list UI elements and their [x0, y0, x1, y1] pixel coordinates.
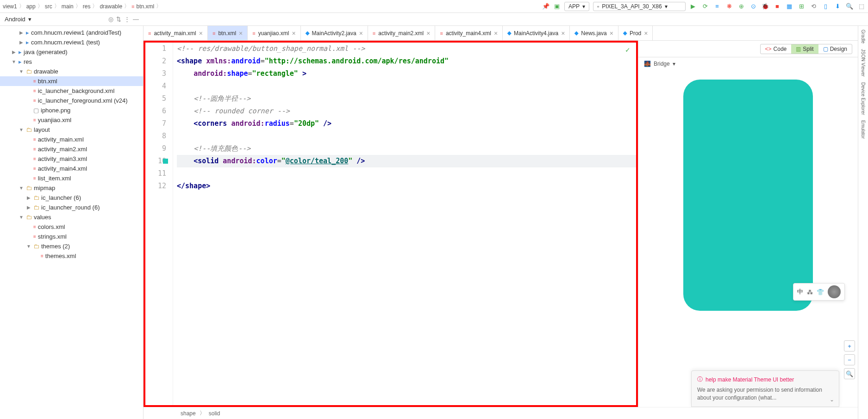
close-icon[interactable]: ×: [644, 30, 648, 37]
tree-arrow-icon[interactable]: ▼: [19, 127, 24, 132]
code-line[interactable]: <!--圆角半径-->: [177, 92, 636, 105]
tree-item[interactable]: ▢iphone.png: [0, 105, 143, 115]
more-icon[interactable]: ⋮: [124, 16, 130, 23]
run-config-dropdown[interactable]: APP ▾: [564, 2, 589, 11]
code-line[interactable]: </shape>: [177, 180, 636, 192]
bridge-label[interactable]: Bridge: [654, 61, 670, 67]
close-icon[interactable]: ×: [239, 30, 243, 37]
sdk-icon[interactable]: ⬇: [834, 3, 841, 10]
editor-tab[interactable]: ◆News.java×: [570, 26, 618, 40]
device-dropdown[interactable]: ▫ PIXEL_3A_API_30_X86 ▾: [593, 2, 686, 11]
chevron-down-icon[interactable]: ▾: [28, 16, 31, 23]
line-number[interactable]: 10: [145, 155, 166, 167]
coverage-icon[interactable]: ❋: [725, 3, 733, 10]
close-icon[interactable]: ×: [359, 30, 363, 37]
code-line[interactable]: <!-- res/drawable/button_shape_normal.xm…: [177, 43, 636, 55]
project-view-title[interactable]: Android: [5, 16, 25, 23]
target-icon[interactable]: ◎: [108, 16, 113, 23]
tree-arrow-icon[interactable]: ▶: [19, 30, 24, 35]
line-gutter[interactable]: 123456789101112: [145, 43, 173, 405]
breadcrumb-segment[interactable]: res: [83, 3, 91, 10]
zoom-fit-button[interactable]: 🔍: [844, 368, 855, 379]
editor-tab[interactable]: ≡activity_main2.xml×: [368, 26, 436, 40]
breadcrumb-segment[interactable]: shape: [181, 410, 196, 417]
line-number[interactable]: 7: [145, 117, 166, 130]
design-canvas[interactable]: 中 ⁂ 👕 + − 🔍: [638, 70, 858, 407]
project-tree[interactable]: ▶▸com.hnucm.review1 (androidTest)▶▸com.h…: [0, 26, 144, 419]
table-icon[interactable]: ⊞: [798, 3, 805, 10]
grid-icon[interactable]: ▦: [786, 3, 793, 10]
line-number[interactable]: 4: [145, 80, 166, 92]
search-icon[interactable]: 🔍: [846, 3, 853, 10]
editor-tab[interactable]: ≡btn.xml×: [208, 26, 248, 40]
tree-item[interactable]: ▶▸com.hnucm.review1 (androidTest): [0, 28, 143, 37]
tree-item[interactable]: ≡activity_main.xml: [0, 135, 143, 144]
tree-item[interactable]: ≡ic_launcher_foreground.xml (v24): [0, 96, 143, 105]
tool-window-tab[interactable]: Gradle: [861, 30, 866, 43]
breadcrumb-segment[interactable]: view1: [3, 3, 17, 10]
tree-item[interactable]: ▼▸res: [0, 57, 143, 67]
sync-icon[interactable]: ⟲: [810, 3, 817, 10]
editor-tab[interactable]: ≡activity_main.xml×: [144, 26, 208, 40]
tree-item[interactable]: ≡activity_main2.xml: [0, 144, 143, 154]
line-number[interactable]: 6: [145, 105, 166, 117]
tree-arrow-icon[interactable]: ▼: [19, 215, 24, 220]
zoom-in-button[interactable]: +: [844, 340, 855, 351]
tree-item[interactable]: ▼🗀themes (2): [0, 241, 143, 251]
tree-item[interactable]: ▼🗀values: [0, 212, 143, 222]
shape-preview[interactable]: [683, 80, 813, 311]
tree-arrow-icon[interactable]: ▶: [11, 49, 17, 55]
tree-arrow-icon[interactable]: ▼: [19, 69, 24, 74]
tree-item[interactable]: ≡yuanjiao.xml: [0, 115, 143, 125]
run-icon[interactable]: ▶: [689, 3, 697, 10]
code-line[interactable]: [177, 80, 636, 92]
tree-item[interactable]: ≡themes.xml: [0, 251, 143, 261]
color-swatch-icon[interactable]: [163, 159, 168, 164]
attach-icon[interactable]: ⊙: [749, 3, 757, 10]
code-line[interactable]: <!-- rounded corner -->: [177, 105, 636, 117]
editor-tab[interactable]: ◆MainActivity2.java×: [301, 26, 368, 40]
pin-icon[interactable]: 📌: [542, 3, 550, 10]
expand-icon[interactable]: ⇅: [116, 16, 121, 23]
tree-item[interactable]: ▼🗀drawable: [0, 67, 143, 76]
tree-item[interactable]: ▶🗀ic_launcher_round (6): [0, 203, 143, 212]
settings-icon[interactable]: ⬚: [858, 3, 865, 10]
breadcrumb-segment[interactable]: app: [26, 3, 36, 10]
code-line[interactable]: <solid android:color="@color/teal_200" /…: [177, 155, 636, 167]
close-icon[interactable]: ×: [199, 30, 203, 37]
editor-tab[interactable]: ≡activity_main4.xml×: [435, 26, 503, 40]
code-content[interactable]: <!-- res/drawable/button_shape_normal.xm…: [173, 43, 636, 405]
tree-item[interactable]: ▶▸com.hnucm.review1 (test): [0, 37, 143, 47]
profile-icon[interactable]: ⊕: [737, 3, 745, 10]
editor-tab[interactable]: ≡yuanjiao.xml×: [248, 26, 300, 40]
zoom-out-button[interactable]: −: [844, 354, 855, 365]
view-mode-split[interactable]: ▥ Split: [791, 44, 818, 54]
code-line[interactable]: <corners android:radius="20dp" />: [177, 117, 636, 130]
avd-icon[interactable]: ▯: [822, 3, 829, 10]
ime-floating-toolbar[interactable]: 中 ⁂ 👕: [793, 283, 845, 301]
tool-window-tab[interactable]: Device Explorer: [861, 82, 866, 115]
ime-symbol[interactable]: ⁂: [807, 289, 813, 296]
tree-arrow-icon[interactable]: ▶: [19, 40, 24, 45]
breadcrumb-segment[interactable]: drawable: [100, 3, 122, 10]
breadcrumb-segment[interactable]: btn.xml: [137, 3, 155, 10]
breadcrumb-segment[interactable]: solid: [209, 410, 220, 417]
code-line[interactable]: <shape xmlns:android="http://schemas.and…: [177, 55, 636, 68]
ime-lang[interactable]: 中: [797, 288, 803, 296]
close-icon[interactable]: ×: [494, 30, 498, 37]
view-mode-design[interactable]: ▢ Design: [818, 44, 852, 54]
tree-item[interactable]: ≡list_item.xml: [0, 173, 143, 183]
stop-icon[interactable]: ■: [774, 3, 781, 10]
line-number[interactable]: 2: [145, 55, 166, 68]
close-icon[interactable]: ×: [610, 30, 613, 37]
tree-arrow-icon[interactable]: ▶: [26, 205, 31, 210]
notification-popup[interactable]: ⓘhelp make Material Theme UI better We a…: [691, 370, 839, 407]
android-icon[interactable]: ▣: [553, 3, 561, 10]
tool-window-tab[interactable]: JSON Viewer: [861, 49, 866, 77]
tree-item[interactable]: ≡btn.xml: [0, 76, 143, 86]
editor-breadcrumb[interactable]: shape〉solid: [144, 407, 858, 419]
line-number[interactable]: 9: [145, 142, 166, 155]
chevron-down-icon[interactable]: ⌄: [830, 396, 834, 403]
apply-changes-icon[interactable]: ⟳: [701, 3, 709, 10]
tree-arrow-icon[interactable]: ▶: [26, 195, 31, 200]
